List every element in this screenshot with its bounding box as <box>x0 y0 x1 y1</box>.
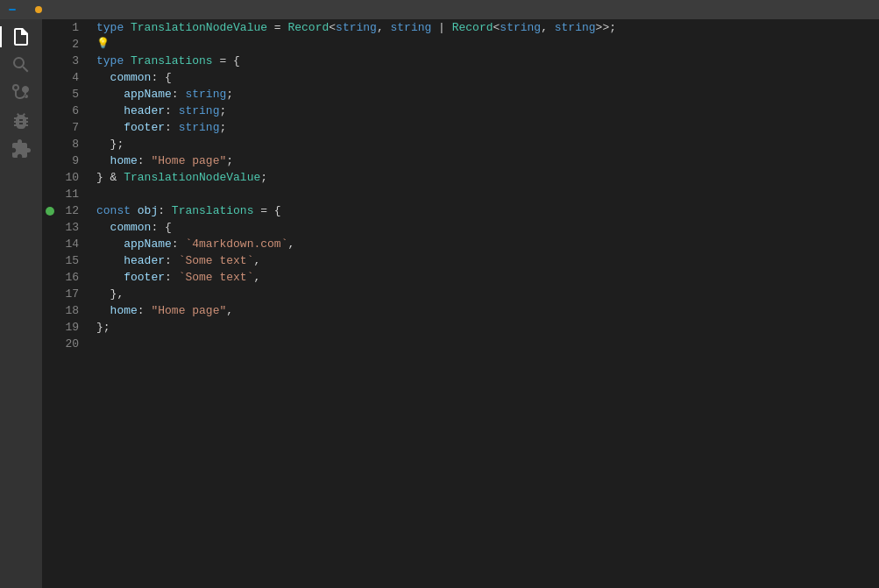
gutter-row <box>42 202 58 219</box>
gutter-row <box>42 119 58 136</box>
token: Translations <box>131 53 213 69</box>
token: home <box>110 302 138 319</box>
token: `Some text` <box>179 252 254 269</box>
token <box>96 103 124 119</box>
token: "Home page" <box>151 302 226 319</box>
code-line: type Translations = { <box>96 53 879 69</box>
token: = { <box>253 202 280 219</box>
extensions-icon[interactable] <box>11 138 32 159</box>
code-editor[interactable]: type TranslationNodeValue = Record<strin… <box>93 19 879 588</box>
token: Translations <box>172 202 254 219</box>
token: | <box>431 19 451 36</box>
gutter-row <box>42 319 58 336</box>
token <box>96 119 124 136</box>
search-icon[interactable] <box>11 54 32 75</box>
line-number: 2 <box>58 36 86 53</box>
token: : <box>172 86 186 103</box>
modified-dot <box>35 6 42 13</box>
token: : { <box>151 219 171 236</box>
gutter-row <box>42 269 58 286</box>
token: , <box>253 269 260 286</box>
line-number: 19 <box>58 319 86 336</box>
files-icon[interactable] <box>11 26 32 47</box>
token: footer <box>124 269 165 286</box>
line-number: 14 <box>58 236 86 252</box>
code-line: footer: string; <box>96 119 879 136</box>
token: "Home page" <box>151 152 226 169</box>
line-number: 17 <box>58 286 86 302</box>
token: common <box>110 69 152 86</box>
editor-area: 1234567891011121314151617181920 type Tra… <box>42 19 879 588</box>
token: < <box>493 19 500 36</box>
line-number: 18 <box>58 302 86 319</box>
source-control-icon[interactable] <box>11 82 32 103</box>
token: appName <box>124 86 172 103</box>
token: string <box>179 103 220 119</box>
code-line: common: { <box>96 69 879 86</box>
code-line: const obj: Translations = { <box>96 202 879 219</box>
token: Record <box>287 19 329 36</box>
token <box>96 86 124 103</box>
token: header <box>124 252 165 269</box>
token: : <box>138 152 152 169</box>
token: ; <box>226 152 233 169</box>
code-line: 💡 <box>96 36 879 53</box>
line-number: 7 <box>58 119 86 136</box>
token: }; <box>96 319 110 336</box>
code-line: }, <box>96 286 879 302</box>
line-number: 8 <box>58 136 86 152</box>
token <box>96 219 110 236</box>
gutter-row <box>42 152 58 169</box>
token <box>96 302 110 319</box>
code-line: header: string; <box>96 103 879 119</box>
token: = { <box>213 53 240 69</box>
code-line: } & TranslationNodeValue; <box>96 169 879 186</box>
breakpoint-dot[interactable] <box>46 207 54 216</box>
token <box>96 69 110 86</box>
token <box>96 152 110 169</box>
token: string <box>179 119 220 136</box>
token <box>96 252 124 269</box>
token: >> <box>596 19 610 36</box>
code-line: footer: `Some text`, <box>96 269 879 286</box>
token: TranslationNodeValue <box>124 169 260 186</box>
line-number: 1 <box>58 19 86 36</box>
token <box>96 269 124 286</box>
gutter-row <box>42 86 58 103</box>
line-number: 4 <box>58 69 86 86</box>
lightbulb-icon[interactable]: 💡 <box>96 36 110 53</box>
gutter-row <box>42 286 58 302</box>
token: , <box>226 302 233 319</box>
token: header <box>124 103 165 119</box>
token: : <box>165 252 179 269</box>
token: < <box>329 19 336 36</box>
line-number: 11 <box>58 186 86 202</box>
token: ; <box>226 86 233 103</box>
token: , <box>377 19 391 36</box>
token: : <box>165 119 179 136</box>
token: `4markdown.com` <box>185 236 287 252</box>
gutter-row <box>42 252 58 269</box>
code-line: home: "Home page", <box>96 302 879 319</box>
gutter-row <box>42 136 58 152</box>
token: appName <box>124 236 172 252</box>
activity-bar <box>0 19 42 588</box>
gutter-icons <box>42 19 58 588</box>
debug-icon[interactable] <box>11 110 32 131</box>
token: , <box>253 252 260 269</box>
token: obj <box>138 202 158 219</box>
line-number: 13 <box>58 219 86 236</box>
line-number: 16 <box>58 269 86 286</box>
token: const <box>96 202 138 219</box>
token: type <box>96 53 131 69</box>
code-line: }; <box>96 136 879 152</box>
code-line: appName: `4markdown.com`, <box>96 236 879 252</box>
token: : <box>165 269 179 286</box>
line-number: 3 <box>58 53 86 69</box>
token: type <box>96 19 131 36</box>
gutter-row <box>42 103 58 119</box>
gutter-row <box>42 302 58 319</box>
token: home <box>110 152 138 169</box>
token: : <box>138 302 152 319</box>
line-number: 9 <box>58 152 86 169</box>
